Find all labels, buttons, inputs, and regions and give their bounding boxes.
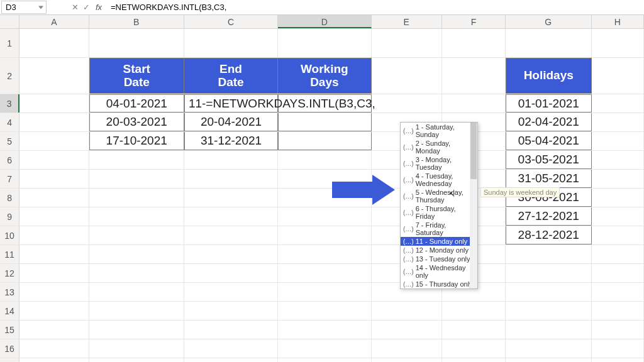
cell-G10[interactable]: 28-12-2021 xyxy=(506,226,592,244)
cell-G1[interactable] xyxy=(506,29,592,57)
cell-D14[interactable] xyxy=(278,302,371,320)
cell-H1[interactable] xyxy=(592,29,644,57)
cell-H3[interactable] xyxy=(592,94,644,112)
cell-D15[interactable] xyxy=(278,321,371,339)
cell-C17[interactable] xyxy=(184,358,278,362)
cell-C15[interactable] xyxy=(184,321,278,339)
cell-C6[interactable] xyxy=(184,151,278,169)
cell-G9[interactable]: 27-12-2021 xyxy=(506,207,592,226)
cell-A2[interactable] xyxy=(19,58,89,94)
cell-G4[interactable]: 02-04-2021 xyxy=(506,113,592,131)
weekend-option[interactable]: (…)15 - Thursday only xyxy=(401,280,477,288)
cell-H13[interactable] xyxy=(592,283,644,301)
cell-G12[interactable] xyxy=(506,264,592,282)
cell-C7[interactable] xyxy=(184,170,278,188)
weekend-param-dropdown[interactable]: (…)1 - Saturday, Sunday(…)2 - Sunday, Mo… xyxy=(400,122,478,289)
column-header-b[interactable]: B xyxy=(89,15,184,28)
cell-F3[interactable] xyxy=(442,94,506,112)
cell-G11[interactable] xyxy=(506,245,592,263)
weekend-option[interactable]: (…)12 - Monday only xyxy=(401,246,477,255)
name-box[interactable]: D3 xyxy=(1,1,47,14)
cell-B16[interactable] xyxy=(89,339,184,358)
cell-H5[interactable] xyxy=(592,132,644,150)
column-header-d[interactable]: D xyxy=(278,15,371,28)
row-header[interactable]: 6 xyxy=(0,151,19,169)
cell-B15[interactable] xyxy=(89,321,184,339)
cell-B13[interactable] xyxy=(89,283,184,301)
cell-D4[interactable] xyxy=(278,113,371,131)
cell-B8[interactable] xyxy=(89,189,184,207)
row-header[interactable]: 10 xyxy=(0,226,19,244)
cell-H15[interactable] xyxy=(592,321,644,339)
cell-G14[interactable] xyxy=(506,302,592,320)
cell-H10[interactable] xyxy=(592,226,644,244)
cancel-icon[interactable]: ✕ xyxy=(69,3,80,12)
cell-E15[interactable] xyxy=(372,321,442,339)
cell-A4[interactable] xyxy=(19,113,89,131)
cell-D6[interactable] xyxy=(278,151,371,169)
cell-B2[interactable]: StartDate xyxy=(89,58,184,94)
cell-B5[interactable]: 17-10-2021 xyxy=(89,132,184,150)
cell-C4[interactable]: 20-04-2021 xyxy=(184,113,278,131)
row-header[interactable]: 5 xyxy=(0,132,19,150)
cell-A15[interactable] xyxy=(19,321,89,339)
cell-F14[interactable] xyxy=(442,302,506,320)
row-header[interactable]: 9 xyxy=(0,207,19,226)
cell-A8[interactable] xyxy=(19,189,89,207)
cell-D1[interactable] xyxy=(278,29,371,57)
cell-C12[interactable] xyxy=(184,264,278,282)
cell-C5[interactable]: 31-12-2021 xyxy=(184,132,278,150)
weekend-option[interactable]: (…)4 - Tuesday, Wednesday xyxy=(401,172,477,188)
column-header-f[interactable]: F xyxy=(442,15,506,28)
row-header[interactable]: 16 xyxy=(0,339,19,358)
enter-icon[interactable]: ✓ xyxy=(80,3,92,12)
weekend-option[interactable]: (…)14 - Wednesday only xyxy=(401,263,477,280)
column-header-g[interactable]: G xyxy=(506,15,592,28)
cell-H6[interactable] xyxy=(592,151,644,169)
cell-H7[interactable] xyxy=(592,170,644,188)
cell-F16[interactable] xyxy=(442,339,506,358)
cell-G17[interactable] xyxy=(506,358,592,362)
row-header[interactable]: 17 xyxy=(0,358,19,362)
column-header-a[interactable]: A xyxy=(19,15,89,28)
fx-icon[interactable]: fx xyxy=(92,3,106,12)
cell-C11[interactable] xyxy=(184,245,278,263)
cell-B3[interactable]: 04-01-2021 xyxy=(89,94,184,112)
cell-B17[interactable] xyxy=(89,358,184,362)
cell-A6[interactable] xyxy=(19,151,89,169)
cell-A10[interactable] xyxy=(19,226,89,244)
cell-E1[interactable] xyxy=(372,29,442,57)
cell-G6[interactable]: 03-05-2021 xyxy=(506,151,592,169)
cell-C10[interactable] xyxy=(184,226,278,244)
cell-B9[interactable] xyxy=(89,207,184,226)
cell-G7[interactable]: 31-05-2021 xyxy=(506,170,592,188)
cell-H11[interactable] xyxy=(592,245,644,263)
cell-H14[interactable] xyxy=(592,302,644,320)
cell-F17[interactable] xyxy=(442,358,506,362)
row-header[interactable]: 15 xyxy=(0,321,19,339)
cell-A5[interactable] xyxy=(19,132,89,150)
cell-D10[interactable] xyxy=(278,226,371,244)
cell-F15[interactable] xyxy=(442,321,506,339)
select-all-corner[interactable] xyxy=(0,15,19,28)
column-header-c[interactable]: C xyxy=(184,15,278,28)
row-header[interactable]: 1 xyxy=(0,29,19,57)
row-header[interactable]: 2 xyxy=(0,58,19,94)
row-header[interactable]: 13 xyxy=(0,283,19,301)
cell-B11[interactable] xyxy=(89,245,184,263)
cell-D5[interactable] xyxy=(278,132,371,150)
cell-G15[interactable] xyxy=(506,321,592,339)
cell-A11[interactable] xyxy=(19,245,89,263)
cell-H9[interactable] xyxy=(592,207,644,226)
cell-A1[interactable] xyxy=(19,29,89,57)
formula-editing-overlay[interactable]: 11-=NETWORKDAYS.INTL(B3,C3, xyxy=(189,97,375,111)
cell-A14[interactable] xyxy=(19,302,89,320)
cell-A16[interactable] xyxy=(19,339,89,358)
cell-B4[interactable]: 20-03-2021 xyxy=(89,113,184,131)
cell-H17[interactable] xyxy=(592,358,644,362)
cell-C14[interactable] xyxy=(184,302,278,320)
cell-E17[interactable] xyxy=(372,358,442,362)
cell-A7[interactable] xyxy=(19,170,89,188)
cell-C2[interactable]: EndDate xyxy=(184,58,278,94)
row-header[interactable]: 8 xyxy=(0,189,19,207)
